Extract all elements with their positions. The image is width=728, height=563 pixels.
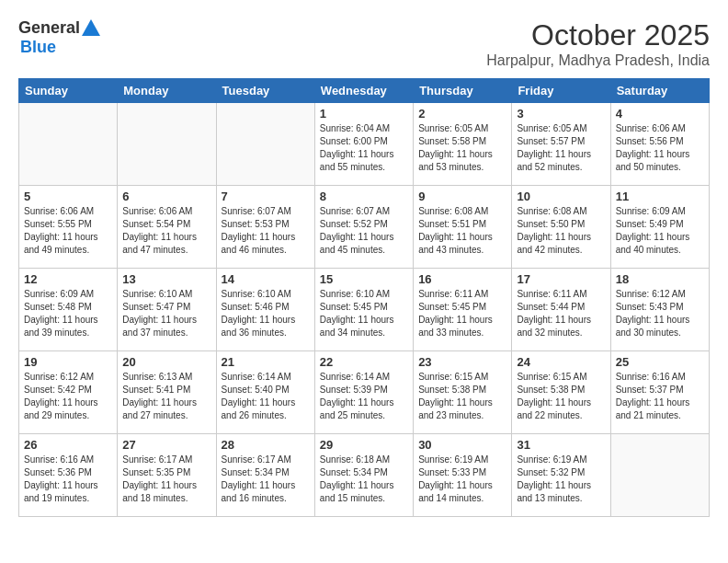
calendar-cell: 14Sunrise: 6:10 AMSunset: 5:46 PMDayligh… — [216, 269, 314, 351]
day-number: 2 — [418, 107, 506, 121]
day-number: 15 — [320, 272, 408, 286]
calendar-cell: 3Sunrise: 6:05 AMSunset: 5:57 PMDaylight… — [512, 103, 610, 186]
day-number: 22 — [320, 355, 408, 369]
calendar-cell: 6Sunrise: 6:06 AMSunset: 5:54 PMDaylight… — [118, 186, 216, 269]
weekday-header: Monday — [118, 79, 216, 103]
day-info: Sunrise: 6:09 AMSunset: 5:48 PMDaylight:… — [24, 288, 112, 339]
day-info: Sunrise: 6:19 AMSunset: 5:33 PMDaylight:… — [418, 454, 506, 505]
day-number: 8 — [320, 190, 408, 203]
month-title: October 2025 — [486, 18, 710, 52]
calendar-cell: 20Sunrise: 6:13 AMSunset: 5:41 PMDayligh… — [118, 351, 216, 434]
day-info: Sunrise: 6:17 AMSunset: 5:34 PMDaylight:… — [222, 454, 310, 505]
location: Harpalpur, Madhya Pradesh, India — [486, 52, 710, 69]
day-number: 6 — [122, 190, 210, 203]
calendar-cell: 31Sunrise: 6:19 AMSunset: 5:32 PMDayligh… — [512, 434, 610, 517]
calendar-table: SundayMondayTuesdayWednesdayThursdayFrid… — [18, 78, 710, 517]
calendar-cell: 1Sunrise: 6:04 AMSunset: 6:00 PMDaylight… — [314, 103, 413, 186]
day-info: Sunrise: 6:10 AMSunset: 5:47 PMDaylight:… — [122, 288, 210, 339]
day-info: Sunrise: 6:05 AMSunset: 5:58 PMDaylight:… — [418, 122, 506, 174]
calendar-cell: 17Sunrise: 6:11 AMSunset: 5:44 PMDayligh… — [512, 269, 610, 351]
weekday-header: Thursday — [414, 79, 512, 103]
calendar-cell: 16Sunrise: 6:11 AMSunset: 5:45 PMDayligh… — [414, 269, 512, 351]
day-number: 17 — [517, 272, 605, 286]
calendar-cell: 10Sunrise: 6:08 AMSunset: 5:50 PMDayligh… — [512, 186, 610, 269]
day-info: Sunrise: 6:16 AMSunset: 5:37 PMDaylight:… — [616, 371, 704, 422]
calendar-week-row: 26Sunrise: 6:16 AMSunset: 5:36 PMDayligh… — [19, 434, 710, 517]
day-info: Sunrise: 6:16 AMSunset: 5:36 PMDaylight:… — [24, 454, 112, 505]
logo-icon — [82, 19, 100, 36]
calendar-cell: 24Sunrise: 6:15 AMSunset: 5:38 PMDayligh… — [512, 351, 610, 434]
calendar-cell: 21Sunrise: 6:14 AMSunset: 5:40 PMDayligh… — [216, 351, 314, 434]
day-number: 31 — [517, 438, 605, 452]
calendar-cell: 18Sunrise: 6:12 AMSunset: 5:43 PMDayligh… — [610, 269, 709, 351]
calendar-cell — [19, 103, 118, 186]
calendar-cell: 23Sunrise: 6:15 AMSunset: 5:38 PMDayligh… — [414, 351, 512, 434]
day-info: Sunrise: 6:08 AMSunset: 5:51 PMDaylight:… — [418, 205, 506, 257]
day-info: Sunrise: 6:06 AMSunset: 5:56 PMDaylight:… — [616, 122, 704, 174]
day-info: Sunrise: 6:08 AMSunset: 5:50 PMDaylight:… — [517, 205, 605, 257]
calendar-cell: 9Sunrise: 6:08 AMSunset: 5:51 PMDaylight… — [414, 186, 512, 269]
day-info: Sunrise: 6:14 AMSunset: 5:40 PMDaylight:… — [222, 371, 310, 422]
day-info: Sunrise: 6:09 AMSunset: 5:49 PMDaylight:… — [616, 205, 704, 257]
day-info: Sunrise: 6:14 AMSunset: 5:39 PMDaylight:… — [320, 371, 408, 422]
day-number: 4 — [616, 107, 704, 121]
day-number: 18 — [616, 272, 704, 286]
day-info: Sunrise: 6:06 AMSunset: 5:55 PMDaylight:… — [24, 205, 112, 257]
calendar-week-row: 19Sunrise: 6:12 AMSunset: 5:42 PMDayligh… — [19, 351, 710, 434]
weekday-header-row: SundayMondayTuesdayWednesdayThursdayFrid… — [19, 79, 710, 103]
day-info: Sunrise: 6:15 AMSunset: 5:38 PMDaylight:… — [418, 371, 506, 422]
day-number: 19 — [24, 355, 112, 369]
calendar-cell: 8Sunrise: 6:07 AMSunset: 5:52 PMDaylight… — [314, 186, 413, 269]
calendar-week-row: 1Sunrise: 6:04 AMSunset: 6:00 PMDaylight… — [19, 103, 710, 186]
day-number: 27 — [122, 438, 210, 452]
day-info: Sunrise: 6:11 AMSunset: 5:44 PMDaylight:… — [517, 288, 605, 339]
day-info: Sunrise: 6:07 AMSunset: 5:53 PMDaylight:… — [222, 205, 310, 257]
calendar-cell: 7Sunrise: 6:07 AMSunset: 5:53 PMDaylight… — [216, 186, 314, 269]
day-number: 7 — [222, 190, 310, 203]
day-info: Sunrise: 6:05 AMSunset: 5:57 PMDaylight:… — [517, 122, 605, 174]
day-info: Sunrise: 6:04 AMSunset: 6:00 PMDaylight:… — [320, 122, 408, 174]
day-info: Sunrise: 6:12 AMSunset: 5:43 PMDaylight:… — [616, 288, 704, 339]
day-number: 5 — [24, 190, 112, 203]
day-number: 21 — [222, 355, 310, 369]
day-number: 30 — [418, 438, 506, 452]
weekday-header: Sunday — [19, 79, 118, 103]
day-number: 28 — [222, 438, 310, 452]
day-number: 13 — [122, 272, 210, 286]
day-info: Sunrise: 6:13 AMSunset: 5:41 PMDaylight:… — [122, 371, 210, 422]
title-section: October 2025 Harpalpur, Madhya Pradesh, … — [486, 18, 710, 69]
calendar-week-row: 5Sunrise: 6:06 AMSunset: 5:55 PMDaylight… — [19, 186, 710, 269]
calendar-cell — [216, 103, 314, 186]
calendar-cell: 11Sunrise: 6:09 AMSunset: 5:49 PMDayligh… — [610, 186, 709, 269]
day-info: Sunrise: 6:15 AMSunset: 5:38 PMDaylight:… — [517, 371, 605, 422]
weekday-header: Friday — [512, 79, 610, 103]
calendar-cell: 22Sunrise: 6:14 AMSunset: 5:39 PMDayligh… — [314, 351, 413, 434]
day-info: Sunrise: 6:17 AMSunset: 5:35 PMDaylight:… — [122, 454, 210, 505]
day-number: 16 — [418, 272, 506, 286]
calendar-cell: 5Sunrise: 6:06 AMSunset: 5:55 PMDaylight… — [19, 186, 118, 269]
calendar-cell: 28Sunrise: 6:17 AMSunset: 5:34 PMDayligh… — [216, 434, 314, 517]
logo: General Blue — [18, 18, 100, 57]
day-number: 12 — [24, 272, 112, 286]
weekday-header: Saturday — [610, 79, 709, 103]
day-number: 14 — [222, 272, 310, 286]
day-info: Sunrise: 6:06 AMSunset: 5:54 PMDaylight:… — [122, 205, 210, 257]
calendar-cell: 29Sunrise: 6:18 AMSunset: 5:34 PMDayligh… — [314, 434, 413, 517]
weekday-header: Wednesday — [314, 79, 413, 103]
day-number: 26 — [24, 438, 112, 452]
calendar-cell: 2Sunrise: 6:05 AMSunset: 5:58 PMDaylight… — [414, 103, 512, 186]
page-header: General Blue October 2025 Harpalpur, Mad… — [18, 18, 710, 69]
calendar-cell: 4Sunrise: 6:06 AMSunset: 5:56 PMDaylight… — [610, 103, 709, 186]
day-number: 10 — [517, 190, 605, 203]
day-number: 9 — [418, 190, 506, 203]
calendar-cell — [118, 103, 216, 186]
calendar-cell: 30Sunrise: 6:19 AMSunset: 5:33 PMDayligh… — [414, 434, 512, 517]
day-number: 25 — [616, 355, 704, 369]
day-number: 3 — [517, 107, 605, 121]
calendar-cell — [610, 434, 709, 517]
calendar-week-row: 12Sunrise: 6:09 AMSunset: 5:48 PMDayligh… — [19, 269, 710, 351]
day-info: Sunrise: 6:10 AMSunset: 5:46 PMDaylight:… — [222, 288, 310, 339]
day-number: 24 — [517, 355, 605, 369]
calendar-cell: 12Sunrise: 6:09 AMSunset: 5:48 PMDayligh… — [19, 269, 118, 351]
day-number: 23 — [418, 355, 506, 369]
